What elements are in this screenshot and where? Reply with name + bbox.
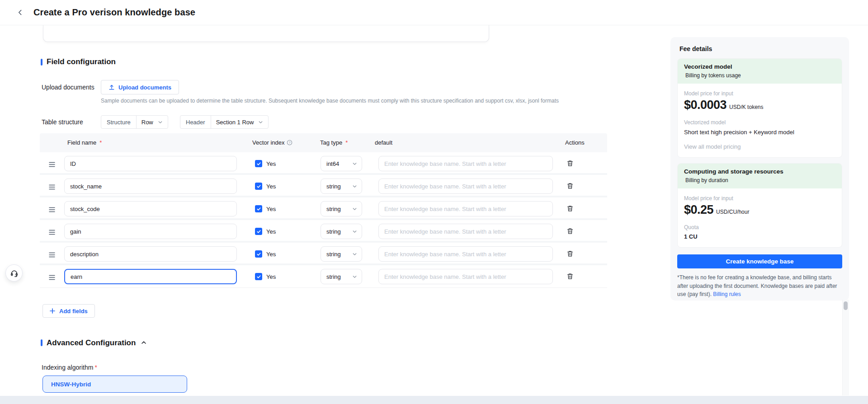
structure-select-value: Row	[142, 119, 153, 126]
table-row: Yesint64	[40, 152, 607, 175]
vector-index-checkbox[interactable]	[255, 228, 262, 235]
required-marker: *	[94, 364, 97, 371]
fee-card-subtitle: Billing by tokens usage	[685, 72, 835, 79]
vector-index-yes-label: Yes	[266, 206, 276, 212]
field-name-input[interactable]	[64, 179, 237, 194]
vector-index-checkbox[interactable]	[255, 160, 262, 167]
back-button[interactable]	[15, 8, 24, 17]
help-circle-icon[interactable]: ?	[287, 140, 292, 146]
collapse-section-button[interactable]	[141, 339, 147, 348]
default-value-input[interactable]	[378, 179, 553, 194]
vector-index-checkbox[interactable]	[255, 205, 262, 212]
headset-icon	[10, 269, 19, 277]
create-knowledge-base-button[interactable]: Create knowledge base	[677, 254, 842, 268]
default-value-input[interactable]	[378, 201, 553, 216]
check-icon	[256, 207, 261, 211]
drag-handle[interactable]	[49, 206, 55, 214]
drag-handle[interactable]	[49, 183, 55, 192]
delete-row-button[interactable]	[566, 272, 574, 282]
tag-type-select[interactable]: string	[321, 201, 362, 216]
header-select[interactable]: Section 1 Row	[211, 116, 269, 128]
fee-card-title: Computing and storage resources	[684, 168, 835, 175]
vector-index-checkbox[interactable]	[255, 273, 262, 280]
field-configuration-heading: Field configuration	[41, 57, 116, 66]
billing-footnote-text: *There is no fee for creating a knowledg…	[677, 274, 837, 297]
structure-select[interactable]: Row	[137, 116, 168, 128]
billing-rules-link[interactable]: Billing rules	[713, 291, 741, 297]
fee-card-body: Model price for input $0.0003 USD/K toke…	[678, 84, 842, 157]
tag-type-value: string	[326, 273, 341, 280]
tag-type-select[interactable]: int64	[321, 156, 362, 171]
delete-row-button[interactable]	[566, 227, 574, 237]
chevron-down-icon	[352, 207, 357, 211]
check-icon	[256, 184, 261, 189]
column-tag-type-label: Tag type	[320, 139, 342, 146]
required-marker: *	[345, 139, 348, 146]
support-fab-button[interactable]	[5, 264, 23, 282]
chevron-left-icon	[17, 9, 23, 15]
drag-handle[interactable]	[49, 229, 55, 237]
drag-handle[interactable]	[49, 251, 55, 259]
header-select-value: Section 1 Row	[216, 119, 254, 126]
field-name-input[interactable]	[64, 201, 237, 216]
drag-handle-icon	[49, 184, 55, 190]
delete-icon	[566, 272, 574, 280]
add-fields-button[interactable]: Add fields	[42, 304, 95, 318]
field-name-input[interactable]	[64, 246, 237, 262]
indexing-algorithm-option-selected[interactable]: HNSW-Hybrid	[42, 376, 187, 393]
quota-label: Quota	[684, 224, 835, 230]
svg-text:?: ?	[288, 141, 290, 145]
chevron-down-icon	[352, 184, 357, 189]
fee-details-title: Fee details	[679, 45, 849, 52]
vertical-scrollbar-thumb[interactable]	[844, 301, 848, 310]
tag-type-select[interactable]: string	[321, 224, 362, 239]
upload-documents-button[interactable]: Upload documents	[101, 80, 179, 94]
plus-icon	[50, 308, 55, 314]
delete-row-button[interactable]	[566, 205, 574, 214]
price-label: Model price for input	[684, 90, 835, 97]
tag-type-select[interactable]: string	[321, 179, 362, 194]
structure-select-group: Structure Row	[101, 115, 168, 129]
vector-index-yes-label: Yes	[266, 273, 276, 280]
table-row: Yesstring	[40, 220, 607, 243]
vector-index-yes-label: Yes	[266, 183, 276, 190]
drag-handle[interactable]	[49, 161, 55, 169]
price-row: $0.0003 USD/K tokens	[684, 98, 835, 112]
default-value-input[interactable]	[378, 246, 553, 262]
tag-type-select[interactable]: string	[321, 246, 362, 262]
drag-handle[interactable]	[49, 274, 55, 282]
price-value: $0.0003	[684, 98, 726, 112]
horizontal-scrollbar-area[interactable]	[0, 396, 868, 404]
default-value-input[interactable]	[378, 156, 553, 171]
delete-row-button[interactable]	[566, 182, 574, 192]
column-actions: Actions	[565, 139, 585, 146]
vectorized-model-label: Vectorized model	[684, 119, 835, 126]
chevron-up-icon	[141, 339, 147, 346]
advanced-configuration-title: Advanced Configuration	[47, 338, 136, 348]
check-icon	[256, 252, 261, 257]
tag-type-select[interactable]: string	[321, 269, 362, 284]
table-row: Yesstring	[40, 197, 607, 220]
field-name-input[interactable]	[64, 269, 237, 284]
delete-row-button[interactable]	[566, 250, 574, 259]
tag-type-value: string	[326, 206, 341, 212]
top-bar: Create a Pro verison knowledge base	[0, 0, 868, 25]
delete-icon	[566, 250, 574, 258]
drag-handle-icon	[49, 230, 55, 235]
vector-index-checkbox[interactable]	[255, 183, 262, 190]
default-value-input[interactable]	[378, 224, 553, 239]
fee-card-header: Computing and storage resources Billing …	[678, 164, 842, 188]
default-value-input[interactable]	[378, 269, 553, 284]
column-field-name-label: Field name	[67, 139, 96, 146]
delete-row-button[interactable]	[566, 160, 574, 169]
price-unit: USD/CU/hour	[716, 209, 749, 215]
field-name-input[interactable]	[64, 156, 237, 171]
field-name-input[interactable]	[64, 224, 237, 239]
column-field-name: Field name*	[67, 139, 102, 146]
vertical-scrollbar-track[interactable]	[842, 300, 849, 395]
vector-index-yes-label: Yes	[266, 251, 276, 258]
view-all-model-pricing-link[interactable]: View all model pricing	[684, 143, 835, 150]
tag-type-value: string	[326, 228, 341, 235]
vector-index-checkbox[interactable]	[255, 250, 262, 258]
upload-button-label: Upload documents	[118, 84, 171, 91]
